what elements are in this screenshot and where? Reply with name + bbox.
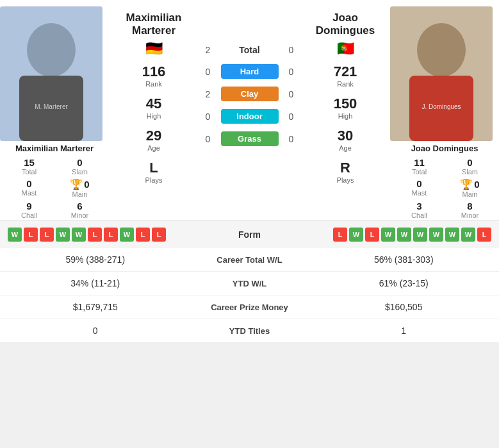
prize-row: $1,679,715 Career Prize Money $160,505 bbox=[0, 295, 499, 319]
player2-main-trophy: 🏆 0 Main bbox=[446, 178, 494, 198]
player2-rank-stat: 721 Rank bbox=[334, 63, 357, 88]
form-section: WLLWWLLWLL Form LWLWWWWWWL bbox=[0, 220, 499, 248]
player1-minor: 6 Minor bbox=[56, 201, 104, 219]
player2-name: Joao Domingues bbox=[390, 141, 499, 156]
player1-main-trophy: 🏆 0 Main bbox=[56, 178, 104, 198]
form-label: Form bbox=[224, 229, 275, 240]
player2-center-panel: Joao Domingues 🇵🇹 721 Rank 150 High 30 A… bbox=[300, 6, 390, 220]
form-badge-w: W bbox=[429, 228, 443, 242]
player1-high-stat: 45 High bbox=[146, 95, 161, 120]
hard-button[interactable]: Hard bbox=[221, 64, 279, 79]
player2-center-name: Joao Domingues bbox=[303, 12, 388, 38]
career-wl-row: 59% (388-271) Career Total W/L 56% (381-… bbox=[0, 248, 499, 272]
form-badge-l: L bbox=[477, 228, 491, 242]
player2-plays-stat: R Plays bbox=[337, 160, 354, 184]
player2-stats: 11 Total 0 Slam 0 Mast 🏆 0 Main bbox=[390, 156, 499, 220]
player1-photo: M. Marterer bbox=[0, 6, 102, 141]
hard-row: 0 Hard 0 bbox=[199, 64, 300, 79]
svg-text:J. Domingues: J. Domingues bbox=[421, 103, 461, 110]
trophy-icon-left: 🏆 bbox=[70, 178, 83, 190]
svg-text:M. Marterer: M. Marterer bbox=[35, 103, 68, 110]
player1-plays-stat: L Plays bbox=[145, 160, 163, 184]
player1-form-badges: WLLWWLLWLL bbox=[8, 228, 166, 242]
player2-flag: 🇵🇹 bbox=[337, 40, 354, 57]
form-badge-l: L bbox=[152, 228, 166, 242]
clay-row: 2 Clay 0 bbox=[199, 87, 300, 101]
clay-button[interactable]: Clay bbox=[221, 87, 279, 101]
form-badge-w: W bbox=[445, 228, 459, 242]
indoor-row: 0 Indoor 0 bbox=[199, 109, 300, 124]
player2-photo: J. Domingues bbox=[390, 6, 493, 141]
form-badge-l: L bbox=[88, 228, 102, 242]
player1-center-name: Maximilian Marterer bbox=[111, 12, 196, 38]
trophy-icon-right: 🏆 bbox=[460, 178, 473, 190]
form-badge-l: L bbox=[40, 228, 54, 242]
main-container: M. Marterer Maximilian Marterer 15 Total… bbox=[0, 0, 499, 343]
ytd-titles-row: 0 YTD Titles 1 bbox=[0, 319, 499, 343]
player1-flag: 🇩🇪 bbox=[145, 40, 163, 57]
ytd-wl-row: 34% (11-21) YTD W/L 61% (23-15) bbox=[0, 272, 499, 295]
form-badge-l: L bbox=[104, 228, 118, 242]
form-badge-w: W bbox=[120, 228, 134, 242]
player1-age-stat: 29 Age bbox=[146, 128, 161, 152]
form-badge-l: L bbox=[136, 228, 150, 242]
player2-minor: 8 Minor bbox=[446, 201, 494, 219]
form-badge-w: W bbox=[56, 228, 70, 242]
player2-form-badges: LWLWWWWWWL bbox=[333, 228, 491, 242]
player2-total: 11 Total bbox=[395, 157, 443, 176]
total-row: 2 Total 0 bbox=[199, 45, 300, 55]
comparison-section: M. Marterer Maximilian Marterer 15 Total… bbox=[0, 0, 499, 220]
form-badge-w: W bbox=[8, 228, 22, 242]
player1-name: Maximilian Marterer bbox=[0, 141, 109, 156]
grass-row: 0 Grass 0 bbox=[199, 131, 300, 146]
form-badge-l: L bbox=[24, 228, 38, 242]
player2-high-stat: 150 High bbox=[334, 95, 357, 120]
player2-chall: 3 Chall bbox=[395, 201, 443, 219]
player1-mast: 0 Mast bbox=[5, 178, 53, 198]
player1-center-panel: Maximilian Marterer 🇩🇪 116 Rank 45 High … bbox=[109, 6, 199, 220]
form-badge-l: L bbox=[365, 228, 379, 242]
form-badge-w: W bbox=[381, 228, 395, 242]
form-badge-w: W bbox=[413, 228, 427, 242]
grass-button[interactable]: Grass bbox=[221, 131, 279, 146]
svg-point-5 bbox=[417, 23, 466, 77]
player1-rank-stat: 116 Rank bbox=[142, 63, 166, 88]
form-badge-l: L bbox=[333, 228, 347, 242]
surfaces-panel: 2 Total 0 0 Hard 0 2 Clay 0 0 Indoor 0 0 bbox=[199, 6, 300, 220]
form-badge-w: W bbox=[461, 228, 475, 242]
form-badge-w: W bbox=[397, 228, 411, 242]
form-badge-w: W bbox=[72, 228, 86, 242]
form-badge-w: W bbox=[349, 228, 363, 242]
indoor-button[interactable]: Indoor bbox=[221, 109, 279, 124]
svg-point-1 bbox=[27, 23, 76, 77]
stats-rows: 59% (388-271) Career Total W/L 56% (381-… bbox=[0, 248, 499, 343]
player1-stats: 15 Total 0 Slam 0 Mast 🏆 0 Main bbox=[0, 156, 109, 220]
player1-total: 15 Total bbox=[5, 157, 53, 176]
player2-age-stat: 30 Age bbox=[338, 128, 353, 152]
player1-panel: M. Marterer Maximilian Marterer 15 Total… bbox=[0, 6, 109, 220]
player1-chall: 9 Chall bbox=[5, 201, 53, 219]
player2-slam: 0 Slam bbox=[446, 157, 494, 176]
player2-panel: J. Domingues Joao Domingues 11 Total 0 S… bbox=[390, 6, 499, 220]
player1-slam: 0 Slam bbox=[56, 157, 104, 176]
player2-mast: 0 Mast bbox=[395, 178, 443, 198]
